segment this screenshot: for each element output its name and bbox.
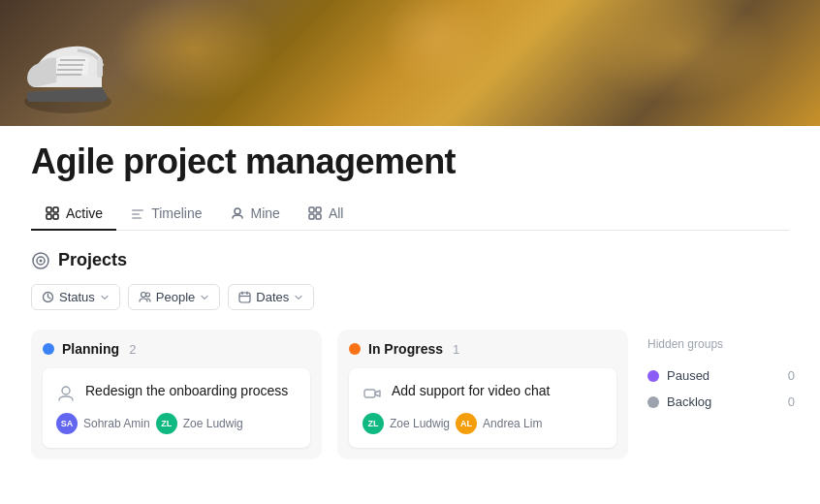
dates-filter-icon (238, 291, 251, 303)
section-header: Projects (31, 250, 789, 270)
people-filter-icon (139, 291, 151, 303)
hero-banner (0, 0, 820, 126)
in-progress-column: In Progress 1 Add support for video chat… (337, 330, 628, 459)
in-progress-title: In Progress (368, 341, 443, 357)
planning-header: Planning 2 (43, 341, 310, 357)
hidden-group-paused[interactable]: Paused 0 (644, 362, 799, 389)
avatar-zoe: ZL (156, 413, 177, 434)
tab-all-label: All (329, 205, 344, 221)
planning-dot (43, 343, 54, 355)
people-chevron-icon (200, 293, 209, 302)
avatar-andrea: AL (456, 413, 477, 434)
people-filter[interactable]: People (128, 284, 220, 310)
status-filter[interactable]: Status (31, 284, 120, 310)
mine-tab-icon (230, 205, 245, 221)
page-title: Agile project management (31, 142, 789, 182)
avatar-andrea-name: Andrea Lim (483, 417, 542, 430)
status-filter-icon (42, 291, 54, 303)
svg-rect-17 (316, 214, 321, 219)
people-filter-label: People (156, 290, 195, 304)
card-title-1: Redesign the onboarding process (85, 382, 288, 401)
card-avatars-1: SA Sohrab Amin ZL Zoe Ludwig (56, 413, 297, 434)
paused-count: 0 (788, 368, 795, 383)
tab-timeline-label: Timeline (151, 205, 202, 221)
tab-timeline[interactable]: Timeline (116, 198, 215, 231)
svg-point-22 (141, 293, 145, 298)
status-filter-label: Status (59, 290, 95, 304)
page-content: Agile project management Active (0, 126, 820, 459)
svg-rect-11 (132, 213, 140, 215)
paused-label: Paused (667, 368, 780, 383)
kanban-board: Planning 2 Redesign the onboarding proce… (31, 330, 789, 459)
dates-filter-label: Dates (256, 290, 289, 304)
hidden-groups-title: Hidden groups (644, 337, 799, 351)
avatar-sohrab-name: Sohrab Amin (83, 417, 150, 430)
svg-rect-8 (47, 214, 51, 219)
video-icon (363, 384, 382, 403)
avatar-zoe-name: Zoe Ludwig (183, 417, 243, 430)
status-chevron-icon (100, 293, 110, 302)
svg-rect-10 (132, 209, 143, 211)
svg-rect-24 (239, 293, 250, 302)
svg-point-25 (62, 387, 70, 394)
tab-active-label: Active (66, 205, 103, 221)
shoe-illustration (19, 10, 116, 126)
in-progress-header: In Progress 1 (349, 341, 616, 357)
hidden-group-backlog[interactable]: Backlog 0 (644, 389, 799, 415)
dates-filter[interactable]: Dates (228, 284, 314, 310)
in-progress-count: 1 (453, 342, 459, 357)
filters-bar: Status People Dates (31, 284, 789, 310)
card-redesign-onboarding[interactable]: Redesign the onboarding process SA Sohra… (43, 368, 310, 448)
svg-rect-12 (132, 217, 142, 219)
tab-all[interactable]: All (294, 198, 358, 231)
active-tab-icon (45, 205, 60, 221)
hidden-groups-panel: Hidden groups Paused 0 Backlog 0 (644, 330, 799, 423)
svg-point-13 (235, 208, 240, 214)
svg-point-23 (145, 293, 149, 297)
backlog-label: Backlog (667, 394, 780, 409)
timeline-tab-icon (130, 205, 145, 221)
avatar-sohrab: SA (56, 413, 78, 434)
card-video-chat[interactable]: Add support for video chat ZL Zoe Ludwig… (349, 368, 616, 448)
svg-rect-26 (364, 390, 375, 397)
card-row-2: Add support for video chat (363, 382, 603, 403)
planning-column: Planning 2 Redesign the onboarding proce… (31, 330, 322, 459)
projects-target-icon (31, 251, 50, 270)
dates-chevron-icon (294, 293, 303, 302)
svg-rect-6 (47, 207, 51, 212)
backlog-count: 0 (788, 394, 795, 409)
paused-dot (647, 370, 659, 382)
tab-mine-label: Mine (251, 205, 280, 221)
tab-mine[interactable]: Mine (216, 198, 294, 231)
planning-count: 2 (129, 342, 136, 357)
person-icon (56, 384, 76, 403)
tab-active[interactable]: Active (31, 198, 116, 231)
tabs-bar: Active Timeline Mine (31, 198, 789, 231)
avatar-zoe-2-name: Zoe Ludwig (390, 417, 450, 430)
section-title: Projects (58, 250, 127, 270)
all-tab-icon (307, 205, 323, 221)
planning-title: Planning (62, 341, 119, 357)
avatar-zoe-2: ZL (363, 413, 384, 434)
svg-rect-16 (309, 214, 314, 219)
svg-rect-7 (53, 207, 58, 212)
card-row: Redesign the onboarding process (56, 382, 297, 403)
svg-rect-14 (309, 207, 314, 212)
card-avatars-2: ZL Zoe Ludwig AL Andrea Lim (363, 413, 603, 434)
svg-rect-9 (53, 214, 58, 219)
svg-rect-5 (97, 58, 103, 78)
svg-rect-15 (316, 207, 321, 212)
in-progress-dot (349, 343, 361, 355)
card-title-2: Add support for video chat (392, 382, 550, 401)
svg-point-20 (40, 259, 43, 262)
backlog-dot (647, 396, 659, 408)
